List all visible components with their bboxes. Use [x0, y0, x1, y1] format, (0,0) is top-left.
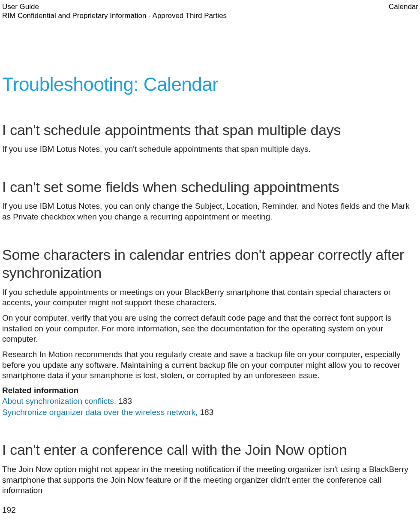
header-right: Calendar [389, 2, 418, 11]
page-content: Troubleshooting: Calendar I can't schedu… [0, 74, 420, 496]
related-link-1: About synchronization conflicts, 183 [2, 396, 418, 407]
section-3-paragraph-3: Research In Motion recommends that you r… [2, 349, 418, 381]
related-link-1-page: 183 [118, 397, 132, 406]
related-link-2: Synchronize organizer data over the wire… [2, 407, 418, 418]
header-left-line1: User Guide [2, 2, 39, 11]
related-link-2-text[interactable]: Synchronize organizer data over the wire… [2, 408, 200, 417]
section-heading-2: I can't set some fields when scheduling … [2, 178, 418, 196]
section-heading-1: I can't schedule appointments that span … [2, 121, 418, 139]
section-2-paragraph-1: If you use IBM Lotus Notes, you can only… [2, 201, 418, 222]
section-heading-4: I can't enter a conference call with the… [2, 441, 418, 459]
related-information-label: Related information [2, 386, 418, 395]
page-title: Troubleshooting: Calendar [2, 74, 418, 95]
section-4-paragraph-1: The Join Now option might not appear in … [2, 464, 418, 496]
section-3-paragraph-1: If you schedule appointments or meetings… [2, 287, 418, 308]
section-1-paragraph-1: If you use IBM Lotus Notes, you can't sc… [2, 144, 418, 155]
header-left-line2: RIM Confidential and Proprietary Informa… [2, 11, 418, 20]
related-link-2-page: 183 [200, 408, 214, 417]
section-3-paragraph-2: On your computer, verify that you are us… [2, 313, 418, 345]
page-number: 192 [2, 505, 16, 515]
page-header: User Guide Calendar RIM Confidential and… [0, 0, 420, 21]
section-heading-3: Some characters in calendar entries don'… [2, 246, 418, 282]
related-link-1-text[interactable]: About synchronization conflicts, [2, 397, 118, 406]
